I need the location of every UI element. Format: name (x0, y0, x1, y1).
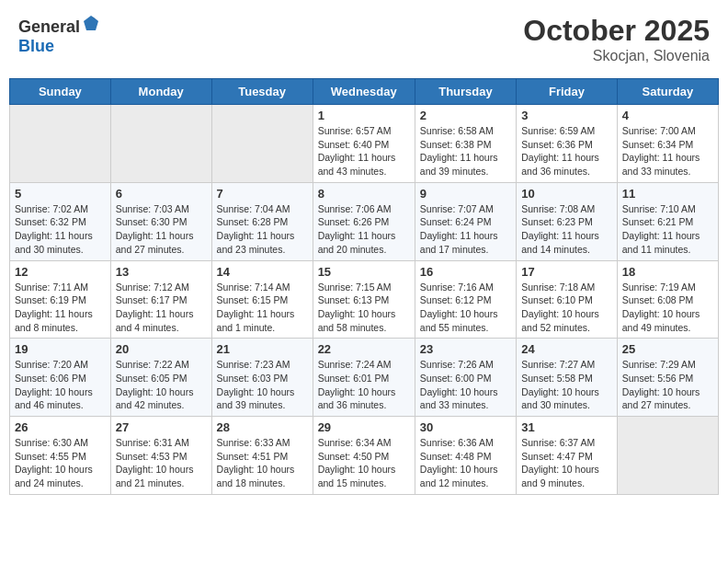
calendar-cell: 15Sunrise: 7:15 AMSunset: 6:13 PMDayligh… (313, 260, 415, 339)
day-number: 27 (116, 420, 207, 434)
calendar-cell: 10Sunrise: 7:08 AMSunset: 6:23 PMDayligh… (517, 182, 618, 260)
day-number: 7 (217, 187, 308, 201)
calendar-cell: 11Sunrise: 7:10 AMSunset: 6:21 PMDayligh… (617, 182, 718, 260)
day-info: Sunrise: 6:30 AMSunset: 4:55 PMDaylight:… (15, 436, 106, 490)
day-info: Sunrise: 6:31 AMSunset: 4:53 PMDaylight:… (116, 436, 207, 490)
day-number: 1 (318, 109, 410, 122)
calendar-cell: 6Sunrise: 7:03 AMSunset: 6:30 PMDaylight… (110, 182, 211, 260)
day-number: 12 (15, 265, 106, 279)
weekday-header-wednesday: Wednesday (313, 79, 415, 105)
day-number: 29 (318, 420, 410, 434)
day-info: Sunrise: 7:04 AMSunset: 6:28 PMDaylight:… (217, 202, 308, 257)
calendar-cell: 14Sunrise: 7:14 AMSunset: 6:15 PMDayligh… (211, 260, 313, 339)
weekday-header-friday: Friday (517, 79, 618, 105)
calendar-cell: 12Sunrise: 7:11 AMSunset: 6:19 PMDayligh… (10, 260, 111, 339)
day-number: 15 (318, 265, 410, 279)
day-info: Sunrise: 7:16 AMSunset: 6:12 PMDaylight:… (420, 281, 511, 335)
day-info: Sunrise: 7:22 AMSunset: 6:05 PMDaylight:… (116, 358, 207, 412)
calendar-cell: 21Sunrise: 7:23 AMSunset: 6:03 PMDayligh… (211, 339, 313, 417)
calendar-cell: 26Sunrise: 6:30 AMSunset: 4:55 PMDayligh… (10, 417, 111, 495)
calendar-cell: 29Sunrise: 6:34 AMSunset: 4:50 PMDayligh… (313, 417, 415, 495)
day-number: 14 (217, 265, 308, 279)
calendar-cell: 20Sunrise: 7:22 AMSunset: 6:05 PMDayligh… (110, 339, 211, 417)
day-info: Sunrise: 7:02 AMSunset: 6:32 PMDaylight:… (15, 202, 106, 257)
day-info: Sunrise: 7:00 AMSunset: 6:34 PMDaylight:… (622, 124, 713, 178)
calendar-cell: 24Sunrise: 7:27 AMSunset: 5:58 PMDayligh… (517, 339, 618, 417)
calendar-cell: 3Sunrise: 6:59 AMSunset: 6:36 PMDaylight… (517, 105, 618, 183)
day-info: Sunrise: 7:18 AMSunset: 6:10 PMDaylight:… (521, 281, 612, 335)
day-info: Sunrise: 7:19 AMSunset: 6:08 PMDaylight:… (622, 281, 713, 335)
calendar-cell: 22Sunrise: 7:24 AMSunset: 6:01 PMDayligh… (313, 339, 415, 417)
day-number: 2 (420, 109, 511, 122)
logo-general: General (18, 17, 80, 36)
day-info: Sunrise: 6:37 AMSunset: 4:47 PMDaylight:… (521, 436, 612, 490)
day-number: 16 (420, 265, 511, 279)
day-info: Sunrise: 7:10 AMSunset: 6:21 PMDaylight:… (622, 202, 713, 257)
calendar-cell: 30Sunrise: 6:36 AMSunset: 4:48 PMDayligh… (415, 417, 516, 495)
day-number: 9 (420, 187, 511, 201)
day-info: Sunrise: 7:12 AMSunset: 6:17 PMDaylight:… (116, 281, 207, 335)
calendar-cell: 18Sunrise: 7:19 AMSunset: 6:08 PMDayligh… (617, 260, 718, 339)
logo-icon (82, 14, 100, 32)
day-number: 31 (521, 420, 612, 434)
calendar-cell: 13Sunrise: 7:12 AMSunset: 6:17 PMDayligh… (110, 260, 211, 339)
calendar-week-4: 19Sunrise: 7:20 AMSunset: 6:06 PMDayligh… (10, 339, 719, 417)
day-number: 6 (116, 187, 207, 201)
calendar-cell: 27Sunrise: 6:31 AMSunset: 4:53 PMDayligh… (110, 417, 211, 495)
weekday-header-row: SundayMondayTuesdayWednesdayThursdayFrid… (10, 79, 719, 105)
calendar-table: SundayMondayTuesdayWednesdayThursdayFrid… (9, 78, 719, 495)
calendar-week-1: 1Sunrise: 6:57 AMSunset: 6:40 PMDaylight… (10, 105, 719, 183)
day-info: Sunrise: 6:34 AMSunset: 4:50 PMDaylight:… (318, 436, 410, 490)
calendar-cell: 16Sunrise: 7:16 AMSunset: 6:12 PMDayligh… (415, 260, 516, 339)
day-number: 3 (521, 109, 612, 122)
location: Skocjan, Slovenia (523, 48, 710, 64)
day-number: 8 (318, 187, 410, 201)
day-number: 23 (420, 342, 511, 356)
day-number: 21 (217, 342, 308, 356)
svg-marker-0 (84, 16, 98, 30)
day-info: Sunrise: 7:07 AMSunset: 6:24 PMDaylight:… (420, 202, 511, 257)
calendar-cell: 23Sunrise: 7:26 AMSunset: 6:00 PMDayligh… (415, 339, 516, 417)
calendar-cell (211, 105, 313, 183)
calendar-cell: 4Sunrise: 7:00 AMSunset: 6:34 PMDaylight… (617, 105, 718, 183)
day-info: Sunrise: 7:08 AMSunset: 6:23 PMDaylight:… (521, 202, 612, 257)
weekday-header-saturday: Saturday (617, 79, 718, 105)
day-info: Sunrise: 7:23 AMSunset: 6:03 PMDaylight:… (217, 358, 308, 412)
calendar-cell: 9Sunrise: 7:07 AMSunset: 6:24 PMDaylight… (415, 182, 516, 260)
day-info: Sunrise: 7:14 AMSunset: 6:15 PMDaylight:… (217, 281, 308, 335)
day-number: 18 (622, 265, 713, 279)
day-info: Sunrise: 7:03 AMSunset: 6:30 PMDaylight:… (116, 202, 207, 257)
day-info: Sunrise: 7:26 AMSunset: 6:00 PMDaylight:… (420, 358, 511, 412)
logo: General Blue (18, 14, 100, 56)
day-number: 25 (622, 342, 713, 356)
day-number: 13 (116, 265, 207, 279)
day-info: Sunrise: 6:36 AMSunset: 4:48 PMDaylight:… (420, 436, 511, 490)
calendar-cell: 25Sunrise: 7:29 AMSunset: 5:56 PMDayligh… (617, 339, 718, 417)
day-number: 26 (15, 420, 106, 434)
day-number: 19 (15, 342, 106, 356)
day-info: Sunrise: 6:33 AMSunset: 4:51 PMDaylight:… (217, 436, 308, 490)
calendar-cell: 31Sunrise: 6:37 AMSunset: 4:47 PMDayligh… (517, 417, 618, 495)
day-info: Sunrise: 6:58 AMSunset: 6:38 PMDaylight:… (420, 124, 511, 178)
day-number: 30 (420, 420, 511, 434)
title-block: October 2025 Skocjan, Slovenia (523, 14, 710, 64)
day-number: 28 (217, 420, 308, 434)
month-title: October 2025 (523, 14, 710, 48)
day-number: 5 (15, 187, 106, 201)
weekday-header-monday: Monday (110, 79, 211, 105)
calendar-cell: 5Sunrise: 7:02 AMSunset: 6:32 PMDaylight… (10, 182, 111, 260)
day-number: 20 (116, 342, 207, 356)
calendar-cell: 28Sunrise: 6:33 AMSunset: 4:51 PMDayligh… (211, 417, 313, 495)
logo-blue: Blue (18, 37, 54, 55)
calendar-week-5: 26Sunrise: 6:30 AMSunset: 4:55 PMDayligh… (10, 417, 719, 495)
weekday-header-sunday: Sunday (10, 79, 111, 105)
calendar-cell: 2Sunrise: 6:58 AMSunset: 6:38 PMDaylight… (415, 105, 516, 183)
calendar-week-2: 5Sunrise: 7:02 AMSunset: 6:32 PMDaylight… (10, 182, 719, 260)
calendar-week-3: 12Sunrise: 7:11 AMSunset: 6:19 PMDayligh… (10, 260, 719, 339)
calendar-cell (617, 417, 718, 495)
day-number: 22 (318, 342, 410, 356)
calendar-cell: 1Sunrise: 6:57 AMSunset: 6:40 PMDaylight… (313, 105, 415, 183)
day-info: Sunrise: 7:06 AMSunset: 6:26 PMDaylight:… (318, 202, 410, 257)
day-number: 11 (622, 187, 713, 201)
day-info: Sunrise: 7:27 AMSunset: 5:58 PMDaylight:… (521, 358, 612, 412)
